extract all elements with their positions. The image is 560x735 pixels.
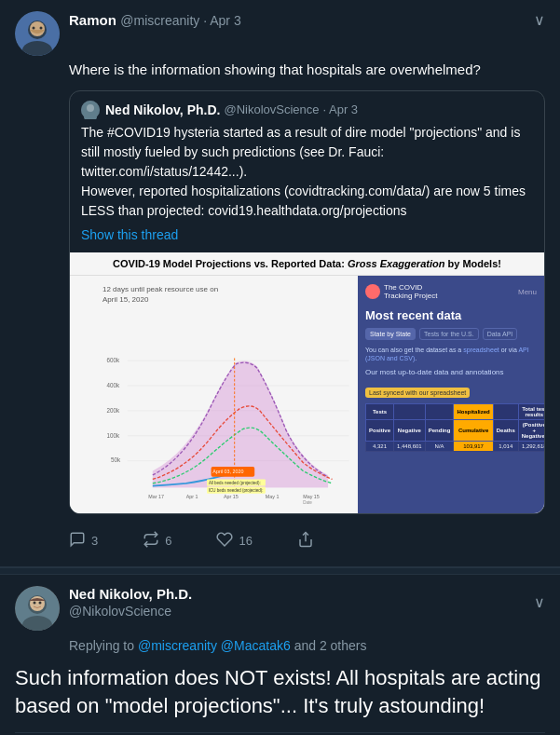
tweet-1-user-info: Ramon @miscreanity · Apr 3 ∨: [69, 11, 545, 29]
svg-point-5: [40, 27, 43, 30]
tweet-2-identity: Ned Nikolov, Ph.D. @NikolovScience: [69, 586, 192, 619]
share-icon: [297, 531, 314, 551]
retweet-icon: [143, 531, 159, 551]
tweet-1-identity: Ramon @miscreanity · Apr 3: [69, 12, 241, 29]
avatar-ned[interactable]: [15, 586, 60, 631]
th-empty2: [425, 403, 454, 419]
quoted-avatar: [81, 101, 100, 119]
tweet-1-username[interactable]: Ramon: [69, 12, 116, 28]
svg-text:May 15: May 15: [303, 494, 320, 499]
svg-text:50k: 50k: [111, 456, 121, 463]
chart-label-days: 12 days until peak resource use on: [102, 285, 353, 293]
svg-text:ICU beds needed (projected):: ICU beds needed (projected):: [209, 487, 264, 492]
th-pending: Pending: [425, 419, 454, 441]
tweet-1-chevron[interactable]: ∨: [534, 11, 545, 29]
chart-label-date: April 15, 2020: [102, 295, 353, 304]
th-empty1: [394, 403, 426, 419]
reply-to-text: Replying to @miscreanity @Macatak6 and 2…: [15, 638, 545, 653]
reply-icon: [69, 531, 86, 551]
svg-text:200k: 200k: [106, 406, 119, 413]
svg-text:Apr 1: Apr 1: [186, 494, 198, 499]
menu-text[interactable]: Menu: [518, 288, 537, 296]
tweet-1: Ramon @miscreanity · Apr 3 ∨ Where is th…: [0, 0, 560, 567]
th-total: Total test results: [518, 403, 544, 419]
reply-button[interactable]: 3: [69, 531, 98, 551]
svg-point-4: [33, 27, 35, 30]
svg-point-37: [34, 601, 36, 604]
th-tests: Tests: [366, 403, 394, 419]
retweet-button[interactable]: 6: [143, 531, 171, 551]
reply-count: 3: [91, 534, 98, 548]
quoted-text: The #COVID19 hysteria started as a resul…: [81, 123, 533, 221]
quoted-username[interactable]: Ned Nikolov, Ph.D.: [105, 102, 220, 117]
chart-container: COVID-19 Model Projections vs. Reported …: [70, 252, 544, 513]
svg-text:All beds needed (projected):: All beds needed (projected):: [209, 480, 261, 484]
last-synced: Last synced with our spreadsheet: [365, 388, 470, 398]
svg-text:400k: 400k: [106, 381, 119, 388]
td-pending: N/A: [425, 441, 454, 451]
th-hospitalized: Hospitalized: [454, 403, 493, 419]
tweet-1-handle: @miscreanity · Apr 3: [120, 13, 240, 28]
tab-state[interactable]: State by State: [365, 328, 416, 340]
tweet-1-name-row: Ramon @miscreanity · Apr 3 ∨: [69, 11, 545, 29]
mention-miscreanity[interactable]: @miscreanity: [138, 638, 217, 653]
covid-logo: The COVID Tracking Project: [365, 283, 438, 301]
tweet-1-text: Where is the information showing that ho…: [15, 60, 545, 81]
th-cumulative: Cumulative: [454, 419, 493, 441]
tabs-row: State by State Tests for the U.S. Data A…: [365, 328, 537, 340]
svg-text:Mar 17: Mar 17: [148, 494, 164, 499]
quoted-handle: @NikolovScience: [224, 102, 319, 116]
avatar-ramon[interactable]: [15, 11, 60, 56]
chart-svg: 600k 400k 200k 100k 50k: [102, 309, 353, 513]
svg-text:100k: 100k: [106, 431, 119, 438]
svg-point-7: [87, 104, 94, 112]
tab-api[interactable]: Data API: [483, 328, 518, 340]
svg-text:April 03, 2020: April 03, 2020: [212, 469, 243, 474]
svg-point-3: [30, 21, 45, 36]
mention-macatak6[interactable]: @Macatak6: [221, 638, 291, 653]
chart-left: 12 days until peak resource use on April…: [70, 276, 358, 513]
tweet-2-username[interactable]: Ned Nikolov, Ph.D.: [69, 586, 192, 602]
tweet-1-body: Ramon @miscreanity · Apr 3 ∨ Where is th…: [0, 0, 560, 566]
svg-text:May 1: May 1: [266, 494, 280, 499]
chart-right-panel: The COVID Tracking Project Menu Most rec…: [358, 276, 544, 513]
svg-text:Date: Date: [303, 500, 312, 505]
tweet-2-handle: @NikolovScience: [69, 604, 171, 619]
tweet-1-actions: 3 6 16: [15, 524, 545, 555]
data-tagline: Our most up-to-date data and annotations: [365, 368, 537, 376]
share-button[interactable]: [297, 531, 314, 551]
th-negative: Negative: [394, 419, 426, 441]
main-tweet-text: Such information does NOT exists! All ho…: [15, 664, 545, 722]
tweet-2-chevron[interactable]: ∨: [534, 593, 545, 611]
like-icon: [216, 531, 233, 551]
like-button[interactable]: 16: [216, 531, 252, 551]
td-negative: 1,448,601: [394, 441, 426, 451]
chart-body: 12 days until peak resource use on April…: [70, 276, 544, 513]
quoted-date: · Apr 3: [323, 102, 359, 116]
section-divider: [0, 567, 560, 575]
tweet-2: Ned Nikolov, Ph.D. @NikolovScience ∨ Rep…: [0, 575, 560, 736]
quoted-user-row: Ned Nikolov, Ph.D. @NikolovScience · Apr…: [81, 101, 533, 119]
th-pos-neg: (Positive + Negative): [518, 419, 544, 441]
data-table: Tests Hospitalized Total test results P: [365, 403, 544, 452]
chart-title: COVID-19 Model Projections vs. Reported …: [70, 252, 544, 276]
chart-right-header: The COVID Tracking Project Menu: [365, 283, 537, 301]
most-recent-heading: Most recent data: [365, 308, 537, 322]
covid-logo-text: The COVID Tracking Project: [384, 283, 438, 301]
tweet-2-name-row: Ned Nikolov, Ph.D. @NikolovScience ∨: [69, 586, 545, 619]
tweet-2-userinfo: Ned Nikolov, Ph.D. @NikolovScience ∨: [69, 586, 545, 619]
tweet-2-header: Ned Nikolov, Ph.D. @NikolovScience ∨: [15, 586, 545, 631]
like-count: 16: [239, 534, 252, 548]
tweet-1-header: Ramon @miscreanity · Apr 3 ∨: [15, 11, 545, 56]
svg-text:Apr 15: Apr 15: [224, 494, 239, 499]
show-thread-link[interactable]: Show this thread: [81, 227, 178, 242]
th-deaths: Deaths: [493, 419, 518, 441]
td-total: 1,292,618: [518, 441, 544, 451]
tweet-chart-image: COVID-19 Model Projections vs. Reported …: [70, 252, 544, 513]
tab-tests[interactable]: Tests for the U.S.: [419, 328, 479, 340]
quoted-tweet: Ned Nikolov, Ph.D. @NikolovScience · Apr…: [69, 90, 545, 514]
th-positive: Positive: [366, 419, 394, 441]
td-cumulative: 103,917: [454, 441, 493, 451]
chart-description: You can also get the dataset as a spread…: [365, 346, 537, 362]
td-positive: 4,321: [366, 441, 394, 451]
